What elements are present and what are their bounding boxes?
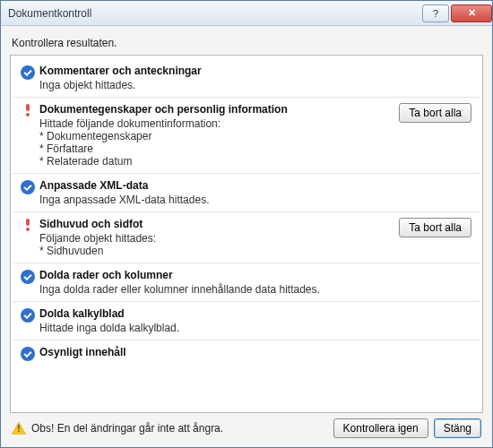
result-action-col: Ta bort alla — [394, 218, 475, 237]
exclamation-icon — [26, 104, 30, 115]
exclamation-icon — [26, 219, 30, 229]
result-detail: * Författare — [39, 142, 394, 155]
dialog-window: Dokumentkontroll ? ✕ Kontrollera resulta… — [0, 0, 493, 448]
result-status-icon-col — [18, 65, 38, 80]
footer-note-text: Obs! En del ändringar går inte att ångra… — [31, 422, 223, 435]
remove-all-button[interactable]: Ta bort alla — [399, 103, 471, 123]
result-item: Sidhuvud och sidfotFöljande objekt hitta… — [13, 212, 480, 263]
check-ok-icon — [21, 65, 35, 80]
help-button[interactable]: ? — [422, 4, 449, 22]
window-title: Dokumentkontroll — [8, 7, 420, 20]
result-message: Hittade inga dolda kalkylblad. — [39, 322, 394, 334]
result-detail: * Sidhuvuden — [39, 245, 394, 257]
result-body: Osynligt innehåll — [38, 346, 394, 360]
result-title: Dokumentegenskaper och personlig informa… — [39, 103, 394, 116]
results-panel: Kommentarer och anteckningarInga objekt … — [10, 55, 483, 413]
result-status-icon-col — [18, 103, 38, 115]
result-status-icon-col — [18, 179, 38, 194]
result-body: Sidhuvud och sidfotFöljande objekt hitta… — [38, 218, 394, 257]
result-detail: * Dokumentegenskaper — [39, 130, 394, 142]
reinspect-button[interactable]: Kontrollera igen — [333, 418, 428, 438]
footer-note: Obs! En del ändringar går inte att ångra… — [12, 422, 328, 435]
result-title: Dolda kalkylblad — [39, 307, 394, 320]
check-ok-icon — [21, 308, 35, 323]
result-item: Dokumentegenskaper och personlig informa… — [13, 98, 480, 174]
result-body: Kommentarer och anteckningarInga objekt … — [38, 65, 394, 91]
result-action-col: Ta bort alla — [394, 103, 475, 123]
result-item: Anpassade XML-dataInga anpassade XML-dat… — [13, 174, 480, 212]
check-ok-icon — [21, 347, 35, 361]
close-window-button[interactable]: ✕ — [451, 4, 492, 22]
dialog-content: Kontrollera resultaten. Kommentarer och … — [1, 26, 492, 447]
result-title: Osynligt innehåll — [39, 346, 394, 358]
result-message: Inga anpassade XML-data hittades. — [39, 194, 394, 206]
result-item: Dolda kalkylbladHittade inga dolda kalky… — [13, 302, 480, 340]
result-status-icon-col — [18, 218, 38, 229]
result-message: Följande objekt hittades: — [39, 232, 394, 245]
result-title: Anpassade XML-data — [39, 179, 394, 192]
result-status-icon-col — [18, 269, 38, 284]
results-list[interactable]: Kommentarer och anteckningarInga objekt … — [11, 56, 482, 412]
result-item: Kommentarer och anteckningarInga objekt … — [13, 59, 480, 98]
result-message: Inga dolda rader eller kolumner innehåll… — [39, 283, 394, 296]
result-item: Dolda rader och kolumnerInga dolda rader… — [13, 263, 480, 302]
result-title: Sidhuvud och sidfot — [39, 218, 394, 230]
result-message: Inga objekt hittades. — [39, 79, 394, 91]
close-button[interactable]: Stäng — [434, 418, 481, 438]
result-body: Dolda kalkylbladHittade inga dolda kalky… — [38, 307, 394, 334]
result-title: Dolda rader och kolumner — [39, 269, 394, 281]
warning-triangle-icon — [12, 422, 26, 435]
remove-all-button[interactable]: Ta bort alla — [399, 218, 471, 237]
result-detail: * Relaterade datum — [39, 155, 394, 168]
check-ok-icon — [21, 270, 35, 284]
result-body: Dolda rader och kolumnerInga dolda rader… — [38, 269, 394, 296]
result-body: Dokumentegenskaper och personlig informa… — [38, 103, 394, 168]
result-status-icon-col — [18, 346, 38, 361]
result-status-icon-col — [18, 307, 38, 323]
window-buttons: ? ✕ — [420, 4, 492, 22]
result-title: Kommentarer och anteckningar — [39, 65, 394, 77]
dialog-footer: Obs! En del ändringar går inte att ångra… — [10, 413, 483, 440]
footer-buttons: Kontrollera igen Stäng — [333, 418, 481, 438]
result-body: Anpassade XML-dataInga anpassade XML-dat… — [38, 179, 394, 206]
result-message: Hittade följande dokumentinformation: — [39, 117, 394, 130]
instruction-text: Kontrollera resultaten. — [12, 37, 481, 49]
check-ok-icon — [21, 180, 35, 194]
titlebar: Dokumentkontroll ? ✕ — [1, 1, 492, 26]
result-item: Osynligt innehåll — [13, 340, 480, 366]
